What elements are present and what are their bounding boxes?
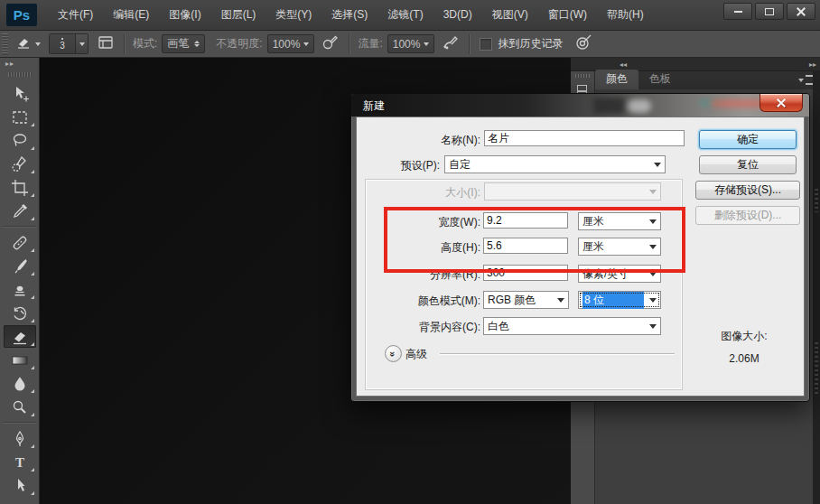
save-preset-button[interactable]: 存储预设(S)... [695, 181, 800, 200]
opacity-value: 100% [273, 38, 301, 51]
quick-selection-tool[interactable] [4, 153, 36, 175]
tools-panel-grip[interactable] [8, 72, 32, 77]
brush-tool[interactable] [4, 255, 36, 277]
height-input[interactable] [483, 238, 568, 254]
menu-select[interactable]: 选择(S) [321, 0, 377, 30]
dock-edge[interactable] [813, 71, 820, 504]
menu-edit[interactable]: 编辑(E) [103, 0, 159, 30]
height-label: 高度(H): [363, 240, 480, 256]
move-tool[interactable] [4, 82, 36, 105]
svg-text:T: T [14, 455, 23, 470]
pen-tool[interactable] [4, 427, 36, 450]
width-input[interactable] [483, 212, 568, 229]
chevron-down-icon [649, 245, 657, 249]
tools-collapse-button[interactable]: ▸▸ [0, 58, 39, 70]
flow-value: 100% [393, 38, 421, 51]
opacity-label: 不透明度: [216, 36, 262, 51]
maximize-button[interactable] [755, 3, 784, 20]
chevron-down-icon [649, 190, 657, 194]
dodge-tool[interactable] [4, 396, 36, 418]
bit-depth-dropdown[interactable]: 8 位 [578, 291, 661, 309]
resolution-input[interactable] [483, 265, 568, 281]
background-contents-label: 背景内容(C): [363, 320, 480, 335]
name-input[interactable] [484, 130, 685, 146]
preset-dropdown[interactable]: 自定 [444, 155, 666, 173]
background-contents-dropdown[interactable]: 白色 [483, 317, 661, 335]
menu-view[interactable]: 视图(V) [482, 0, 538, 30]
new-document-dialog: 新建 名称(N): 预设(P): 自定 大小(I): [350, 93, 810, 402]
color-mode-dropdown[interactable]: RGB 颜色 [483, 291, 569, 309]
menu-image[interactable]: 图像(I) [159, 0, 210, 30]
divider [440, 353, 675, 355]
advanced-label: 高级 [405, 347, 442, 362]
tablet-pressure-button[interactable] [575, 34, 592, 53]
advanced-expand-button[interactable]: » [385, 345, 402, 362]
erase-to-history-checkbox[interactable] [480, 38, 492, 51]
menu-help[interactable]: 帮助(H) [597, 0, 654, 30]
path-selection-tool[interactable] [4, 474, 36, 497]
pressure-target-icon [575, 34, 592, 53]
resolution-unit-dropdown[interactable]: 像素/英寸 [578, 265, 661, 283]
width-unit-dropdown[interactable]: 厘米 [578, 212, 661, 230]
crop-tool[interactable] [4, 176, 36, 199]
height-unit-value: 厘米 [582, 239, 646, 255]
ok-button[interactable]: 确定 [699, 130, 797, 149]
close-window-button[interactable] [787, 3, 815, 20]
collapse-panels-left-button[interactable]: ◂◂ [620, 61, 627, 69]
rectangle-tool[interactable] [4, 498, 36, 504]
dock-edge-grip[interactable] [815, 342, 818, 397]
menu-window[interactable]: 窗口(W) [538, 0, 597, 30]
dialog-title-bar[interactable]: 新建 [351, 94, 809, 117]
lasso-tool[interactable] [4, 129, 36, 152]
separator [349, 34, 350, 54]
blur-tool[interactable] [4, 372, 36, 395]
menu-file[interactable]: 文件(F) [48, 0, 103, 30]
dock-edge-grip[interactable] [815, 189, 818, 212]
brush-preview-dot [61, 38, 63, 40]
flow-dropdown[interactable]: 100% [387, 34, 435, 53]
chevron-down-icon [649, 219, 657, 224]
opacity-pressure-button[interactable] [321, 35, 339, 53]
reset-button[interactable]: 复位 [699, 155, 797, 174]
brush-size-picker[interactable]: 3 [49, 33, 89, 54]
tab-color[interactable]: 颜色 [595, 70, 638, 89]
airbrush-button[interactable] [442, 35, 459, 53]
menu-layer[interactable]: 图层(L) [211, 0, 266, 30]
menu-3d[interactable]: 3D(D) [433, 0, 482, 30]
close-icon [777, 98, 786, 107]
photoshop-logo: Ps [6, 4, 37, 26]
mode-dropdown[interactable]: 画笔 [162, 34, 205, 53]
clone-stamp-tool[interactable] [4, 278, 36, 301]
toggle-brush-panel-button[interactable] [98, 35, 114, 52]
eraser-icon [15, 35, 32, 52]
eyedropper-tool[interactable] [4, 200, 36, 222]
tools-panel: ▸▸ [0, 58, 40, 504]
tool-preset-picker[interactable] [15, 35, 41, 52]
size-label: 大小(I): [363, 185, 480, 201]
dialog-close-button[interactable] [759, 94, 803, 112]
separator [469, 34, 471, 54]
options-bar-grip[interactable] [2, 33, 8, 55]
chevron-down-icon [35, 42, 41, 46]
color-mode-label: 颜色模式(M): [363, 294, 480, 309]
panel-strip-grip[interactable] [575, 74, 590, 78]
delete-preset-button: 删除预设(D)... [695, 206, 800, 225]
menu-type[interactable]: 类型(Y) [266, 0, 321, 30]
tab-swatches[interactable]: 色板 [638, 70, 682, 89]
opacity-dropdown[interactable]: 100% [267, 34, 315, 53]
eraser-tool[interactable] [4, 325, 36, 348]
history-brush-tool[interactable] [4, 302, 36, 324]
menu-filter[interactable]: 滤镜(T) [377, 0, 433, 30]
erase-to-history-label: 抹到历史记录 [498, 36, 563, 51]
minimize-icon [734, 11, 742, 13]
spot-healing-tool[interactable] [4, 231, 36, 254]
collapse-panels-right-button[interactable]: ▸▸ [809, 61, 816, 69]
minimize-button[interactable] [723, 3, 752, 20]
type-tool[interactable]: T [4, 451, 36, 473]
height-unit-dropdown[interactable]: 厘米 [578, 238, 661, 256]
chevron-down-icon [424, 42, 429, 46]
marquee-tool[interactable] [4, 106, 36, 128]
mode-value: 画笔 [167, 36, 189, 51]
divider [3, 226, 36, 228]
gradient-tool[interactable] [4, 349, 36, 371]
